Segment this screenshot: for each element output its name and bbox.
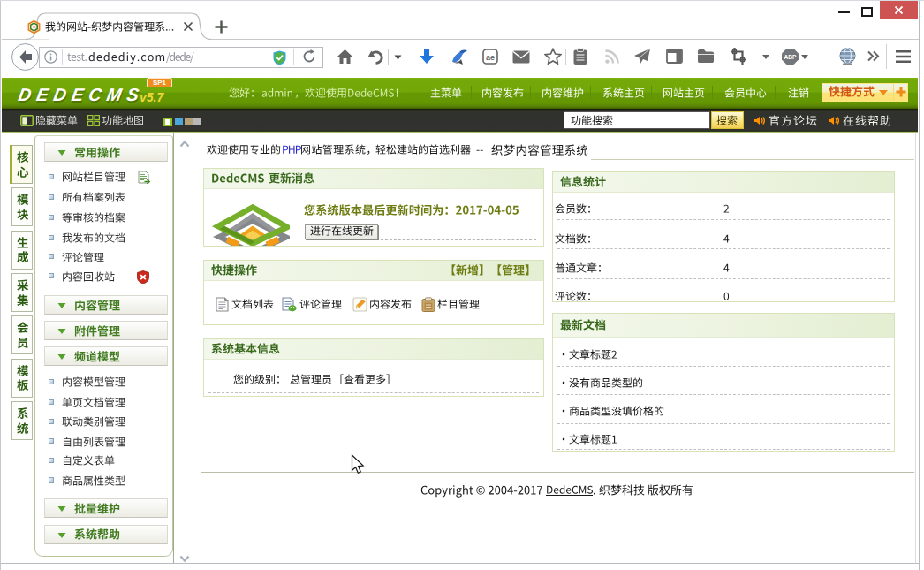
svg-text:ae: ae	[486, 53, 495, 62]
svg-text:ABP: ABP	[784, 54, 798, 60]
